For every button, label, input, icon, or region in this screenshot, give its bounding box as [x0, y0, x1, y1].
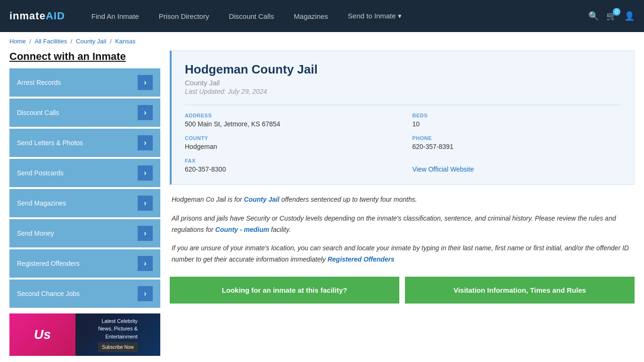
nav-discount-calls[interactable]: Discount Calls [221, 8, 281, 24]
ad-content: Latest CelebrityNews, Pictures &Entertai… [94, 313, 141, 356]
cart-count: 0 [613, 8, 620, 16]
ad-cta[interactable]: Subscribe Now [98, 342, 138, 352]
advertisement: Us Latest CelebrityNews, Pictures &Enter… [9, 313, 160, 356]
county-label: COUNTY [185, 135, 394, 141]
phone-label: PHONE [413, 135, 621, 141]
arrow-icon-4: › [138, 196, 153, 211]
arrow-icon-7: › [138, 286, 153, 301]
breadcrumb-home[interactable]: Home [9, 38, 26, 45]
cart-icon[interactable]: 🛒 0 [606, 11, 617, 21]
sidebar-btn-send-money[interactable]: Send Money › [9, 219, 160, 247]
facility-fax: 620-357-8300 [185, 165, 394, 173]
arrow-icon-2: › [138, 135, 153, 150]
main-content: Hodgeman County Jail County Jail Last Up… [170, 50, 635, 356]
sidebar-label-registered-offenders: Registered Offenders [17, 260, 80, 267]
sidebar-label-send-money: Send Money [17, 230, 54, 237]
facility-fax-block: FAX 620-357-8300 [185, 158, 394, 173]
facility-address-block: ADDRESS 500 Main St, Jetmore, KS 67854 [185, 113, 394, 128]
cta-find-inmate[interactable]: Looking for an inmate at this facility? [170, 277, 399, 304]
facility-beds-block: BEDS 10 [413, 113, 621, 128]
breadcrumb: Home / All Facilities / County Jail / Ka… [0, 32, 644, 50]
nav-right-icons: 🔍 🛒 0 👤 [588, 11, 635, 21]
arrow-icon-1: › [138, 105, 153, 120]
facility-county-block: COUNTY Hodgeman [185, 135, 394, 150]
site-header: inmateAID Find An Inmate Prison Director… [0, 0, 644, 32]
desc-para1-pre: Hodgeman Co Jail is for [172, 196, 244, 203]
sidebar-title: Connect with an Inmate [9, 50, 160, 63]
facility-type: County Jail [185, 79, 621, 87]
county-medium-link[interactable]: County - medium [215, 226, 269, 233]
sidebar-btn-arrest-records[interactable]: Arrest Records › [9, 68, 160, 97]
user-icon[interactable]: 👤 [624, 11, 635, 21]
county-jail-link[interactable]: County Jail [244, 196, 279, 203]
sidebar-btn-send-magazines[interactable]: Send Magazines › [9, 189, 160, 217]
cta-visitation[interactable]: Visitation Information, Times and Rules [405, 277, 635, 304]
sidebar-label-arrest-records: Arrest Records [17, 79, 61, 86]
desc-para-3: If you are unsure of your inmate's locat… [172, 243, 633, 265]
nav-prison-directory[interactable]: Prison Directory [151, 8, 217, 24]
breadcrumb-kansas[interactable]: Kansas [115, 38, 135, 45]
nav-send-to-inmate[interactable]: Send to Inmate ▾ [340, 8, 409, 24]
logo-text: inmateAID [9, 10, 65, 22]
facility-name: Hodgeman County Jail [185, 62, 621, 77]
sidebar-label-discount-calls: Discount Calls [17, 109, 59, 116]
facility-phone: 620-357-8391 [413, 143, 621, 150]
description-section: Hodgeman Co Jail is for County Jail offe… [170, 194, 635, 265]
ad-logo: Us [9, 313, 75, 356]
search-icon[interactable]: 🔍 [588, 11, 599, 21]
facility-website-link[interactable]: View Official Website [413, 165, 474, 173]
sidebar-btn-send-letters[interactable]: Send Letters & Photos › [9, 129, 160, 157]
desc-para3-pre: If you are unsure of your inmate's locat… [172, 244, 629, 263]
nav-find-inmate[interactable]: Find An Inmate [84, 8, 147, 24]
arrow-icon-6: › [138, 256, 153, 271]
fax-label: FAX [185, 158, 394, 164]
sidebar-btn-registered-offenders[interactable]: Registered Offenders › [9, 249, 160, 278]
breadcrumb-all-facilities[interactable]: All Facilities [35, 38, 67, 45]
ad-tagline: Latest CelebrityNews, Pictures &Entertai… [98, 317, 138, 341]
logo[interactable]: inmateAID [9, 10, 65, 22]
sidebar-label-send-letters: Send Letters & Photos [17, 139, 83, 147]
facility-updated: Last Updated: July 29, 2024 [185, 88, 621, 95]
sidebar-label-send-postcards: Send Postcards [17, 169, 64, 177]
desc-para-2: All prisons and jails have Security or C… [172, 213, 633, 236]
beds-label: BEDS [413, 113, 621, 118]
sidebar-btn-second-chance-jobs[interactable]: Second Chance Jobs › [9, 280, 160, 308]
sidebar-label-second-chance-jobs: Second Chance Jobs [17, 290, 80, 297]
arrow-icon-3: › [138, 165, 153, 181]
sidebar-btn-send-postcards[interactable]: Send Postcards › [9, 159, 160, 187]
arrow-icon-0: › [138, 75, 153, 90]
cta-buttons: Looking for an inmate at this facility? … [170, 277, 635, 304]
sidebar-label-send-magazines: Send Magazines [17, 199, 66, 207]
facility-address: 500 Main St, Jetmore, KS 67854 [185, 120, 394, 128]
sidebar: Connect with an Inmate Arrest Records › … [9, 50, 160, 356]
desc-para1-post: offenders sentenced up to twenty four mo… [280, 196, 417, 203]
facility-website-block: WEBSITE View Official Website [413, 158, 621, 173]
facility-beds: 10 [413, 120, 621, 128]
sidebar-btn-discount-calls[interactable]: Discount Calls › [9, 99, 160, 127]
main-container: Connect with an Inmate Arrest Records › … [0, 50, 644, 362]
main-nav: Find An Inmate Prison Directory Discount… [84, 8, 588, 24]
desc-para-1: Hodgeman Co Jail is for County Jail offe… [172, 194, 633, 206]
arrow-icon-5: › [138, 226, 153, 241]
breadcrumb-county-jail[interactable]: County Jail [76, 38, 106, 45]
facility-county: Hodgeman [185, 143, 394, 150]
desc-para2-post: facility. [269, 226, 291, 233]
facility-card: Hodgeman County Jail County Jail Last Up… [170, 50, 635, 185]
nav-magazines[interactable]: Magazines [286, 8, 336, 24]
facility-phone-block: PHONE 620-357-8391 [413, 135, 621, 150]
registered-offenders-link[interactable]: Registered Offenders [328, 255, 395, 263]
facility-details: ADDRESS 500 Main St, Jetmore, KS 67854 B… [185, 105, 621, 173]
address-label: ADDRESS [185, 113, 394, 118]
